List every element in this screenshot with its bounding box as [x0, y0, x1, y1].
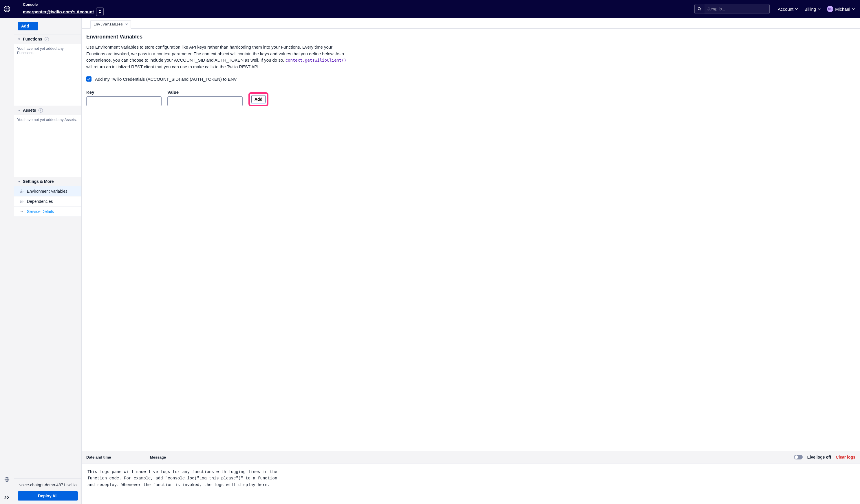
section-settings-label: Settings & More [23, 179, 54, 184]
close-icon[interactable]: ✕ [125, 22, 128, 27]
check-icon [87, 77, 91, 80]
caret-down-icon: ▼ [18, 38, 20, 41]
add-button-label: Add [21, 24, 29, 28]
sidebar-item-dependencies[interactable]: Dependencies [14, 196, 81, 207]
section-assets-label: Assets [23, 108, 36, 113]
live-logs-toggle[interactable] [794, 455, 803, 459]
desc-post: will return an initialized REST client t… [86, 64, 260, 69]
chevron-down-icon [852, 8, 855, 10]
account-link[interactable]: mcarpenter@twilio.com's Account [23, 9, 94, 14]
clear-logs-button[interactable]: Clear logs [836, 455, 855, 459]
section-functions-header[interactable]: ▼ Functions i [14, 34, 81, 44]
section-functions-label: Functions [23, 37, 42, 41]
live-logs-label: Live logs off [807, 455, 831, 459]
arrow-right-icon: → [19, 209, 24, 214]
key-input[interactable] [86, 97, 161, 106]
docs-icon[interactable] [4, 476, 10, 483]
logs-col-datetime: Date and time [86, 455, 150, 459]
add-button[interactable]: Add [18, 22, 38, 30]
chevron-down-icon [795, 8, 798, 10]
tab-env-variables[interactable]: Env.variables ✕ [90, 20, 131, 29]
sort-icon [98, 10, 101, 14]
svg-point-6 [21, 201, 22, 202]
logs-header: Date and time Message Live logs off Clea… [82, 451, 860, 463]
brand-cell[interactable] [0, 0, 14, 18]
plus-icon [31, 24, 35, 28]
sidebar-item-label: Environment Variables [27, 189, 68, 194]
caret-down-icon: ▼ [18, 180, 20, 183]
sidebar-footer: voice-chatgpt-demo-4871.twil.io Deploy A… [14, 478, 81, 504]
gear-icon [19, 199, 24, 203]
console-label: Console [23, 2, 104, 7]
functions-empty-text: You have not yet added any Functions. [14, 44, 81, 106]
account-block: Console mcarpenter@twilio.com's Account [14, 2, 110, 16]
tab-label: Env.variables [94, 22, 123, 27]
info-icon[interactable]: i [45, 37, 49, 41]
account-switcher-button[interactable] [96, 8, 104, 16]
gear-icon [19, 189, 24, 193]
section-assets-header[interactable]: ▼ Assets i [14, 106, 81, 115]
content-area: Environment Variables Use Environment Va… [82, 29, 860, 451]
side-panel: Add ▼ Functions i You have not yet added… [14, 18, 82, 504]
nav-user-label: Michael [835, 7, 850, 12]
credentials-label: Add my Twilio Credentials (ACCOUNT_SID) … [95, 77, 237, 81]
svg-point-0 [698, 8, 700, 10]
section-settings-header[interactable]: ▼ Settings & More [14, 177, 81, 186]
page-title: Environment Variables [86, 34, 855, 40]
service-domain: voice-chatgpt-demo-4871.twil.io [18, 483, 78, 487]
sidebar-item-label: Service Details [27, 209, 54, 214]
svg-line-1 [700, 10, 701, 11]
nav-billing[interactable]: Billing [804, 7, 821, 12]
sidebar-item-env-variables[interactable]: Environment Variables [14, 186, 81, 196]
top-bar: Console mcarpenter@twilio.com's Account … [0, 0, 860, 18]
desc-code: context.getTwilioClient() [286, 58, 347, 62]
credentials-checkbox[interactable] [86, 76, 91, 81]
value-label: Value [167, 90, 243, 94]
add-highlight-frame: Add [248, 92, 269, 106]
twilio-logo-icon [4, 6, 10, 12]
nav-billing-label: Billing [804, 7, 816, 12]
tab-bar: Env.variables ✕ [82, 18, 860, 29]
sidebar-item-service-details[interactable]: → Service Details [14, 207, 81, 217]
expand-icon[interactable] [4, 494, 10, 501]
avatar: MC [827, 6, 833, 12]
assets-empty-text: You have not yet added any Assets. [14, 115, 81, 177]
main-area: Env.variables ✕ Environment Variables Us… [82, 18, 860, 504]
nav-account-label: Account [778, 7, 793, 12]
kv-row: Key Value Add [86, 90, 855, 106]
caret-down-icon: ▼ [18, 109, 20, 112]
value-input[interactable] [167, 97, 243, 106]
info-icon[interactable]: i [39, 108, 43, 113]
search-input[interactable] [704, 4, 769, 14]
nav-account[interactable]: Account [778, 7, 798, 12]
svg-point-5 [21, 191, 22, 192]
left-rail [0, 18, 14, 504]
credentials-row: Add my Twilio Credentials (ACCOUNT_SID) … [86, 76, 855, 81]
key-label: Key [86, 90, 161, 94]
nav-user[interactable]: MC Michael [827, 6, 855, 12]
description-text: Use Environment Variables to store confi… [86, 44, 347, 70]
global-search[interactable] [694, 4, 770, 14]
add-env-button[interactable]: Add [251, 95, 266, 103]
logs-body: This logs pane will show live logs for a… [82, 463, 860, 504]
top-nav: Account Billing MC Michael [770, 6, 860, 12]
settings-list: Environment Variables Dependencies → Ser… [14, 186, 81, 217]
deploy-all-button[interactable]: Deploy All [18, 491, 78, 501]
chevron-down-icon [818, 8, 821, 10]
search-icon [695, 4, 704, 14]
logs-col-message: Message [150, 455, 794, 459]
sidebar-item-label: Dependencies [27, 199, 53, 204]
